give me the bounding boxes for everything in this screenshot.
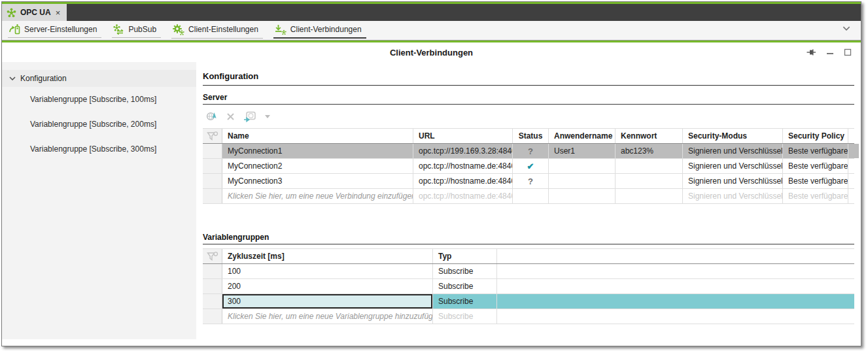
- dropdown-caret-icon[interactable]: [265, 115, 270, 118]
- cell-security-mode-placeholder[interactable]: Signieren und Verschlüsseln: [683, 189, 783, 203]
- server-add-row[interactable]: Klicken Sie hier, um eine neue Verbindun…: [203, 189, 854, 204]
- status-unknown-icon: ?: [513, 174, 549, 188]
- cell-cycle[interactable]: 100: [222, 264, 433, 278]
- server-row-myconnection3[interactable]: MyConnection3 opc.tcp://hostname.de:4840…: [203, 174, 854, 189]
- group-row-200[interactable]: 200 Subscribe: [203, 279, 854, 294]
- ribbon-item-pubsub[interactable]: PubSub: [112, 22, 161, 39]
- group-row-300-selected[interactable]: 300 Subscribe: [203, 294, 854, 309]
- cell-url[interactable]: opc.tcp://hostname.de:4840: [413, 174, 513, 188]
- cell-password[interactable]: [616, 174, 683, 188]
- panel-title-bar: Client-Verbindungen: [2, 42, 861, 62]
- tab-close-icon[interactable]: ×: [55, 8, 61, 17]
- cell-type[interactable]: Subscribe: [433, 279, 497, 293]
- col-security-modus[interactable]: Security-Modus: [683, 129, 783, 143]
- tree-node-konfiguration[interactable]: Konfiguration: [2, 70, 196, 87]
- pin-icon[interactable]: [807, 48, 816, 57]
- cell-security-policy[interactable]: Beste verfügbare: [783, 174, 848, 188]
- ribbon-item-client-verbindungen[interactable]: Client-Verbindungen: [273, 22, 366, 39]
- cell-url[interactable]: opc.tcp://hostname.de:4840: [413, 159, 513, 173]
- status-unknown-icon: ?: [513, 144, 549, 158]
- tree-item-variablengruppe-100[interactable]: Variablengruppe [Subscribe, 100ms]: [2, 87, 196, 112]
- group-add-row[interactable]: Klicken Sie hier, um eine neue Variablen…: [203, 309, 854, 324]
- server-row-myconnection2[interactable]: MyConnection2 opc.tcp://hostname.de:4840…: [203, 159, 854, 174]
- col-anwendername[interactable]: Anwendername: [549, 129, 616, 143]
- filter-funnel-icon[interactable]: [203, 249, 222, 263]
- cell-user[interactable]: [549, 174, 616, 188]
- cell-security-mode[interactable]: Signieren und Verschlüsseln: [683, 159, 783, 173]
- ribbon-toolbar: Server-Einstellungen PubSub: [2, 21, 861, 41]
- ribbon-item-label: Client-Verbindungen: [290, 25, 362, 34]
- row-selector[interactable]: [203, 144, 222, 158]
- row-selector[interactable]: [203, 264, 222, 278]
- tab-title: OPC UA: [20, 8, 51, 17]
- cell-name[interactable]: MyConnection3: [222, 174, 413, 188]
- browse-server-icon[interactable]: [206, 111, 218, 122]
- ribbon-item-client-einstellungen[interactable]: Client-Einstellungen: [171, 22, 263, 39]
- col-security-policy[interactable]: Security Policy: [783, 129, 848, 143]
- opcua-config-window: OPC UA × Server-Einstellungen: [1, 1, 861, 346]
- variablengruppen-section-label: Variablengruppen: [203, 233, 854, 244]
- cell-spacer: [848, 144, 859, 158]
- server-table-header: Name URL Status Anwendername Kennwort Se…: [203, 128, 854, 144]
- cell-spacer: [848, 174, 859, 188]
- cell-password[interactable]: abc123%: [616, 144, 683, 158]
- page-title: Client-Verbindungen: [390, 48, 473, 58]
- col-url[interactable]: URL: [413, 129, 513, 143]
- minimize-icon[interactable]: [826, 48, 834, 56]
- ribbon-item-server-einstellungen[interactable]: Server-Einstellungen: [8, 22, 101, 39]
- sidebar-tree: Konfiguration Variablengruppe [Subscribe…: [2, 62, 196, 339]
- maximize-icon[interactable]: [844, 48, 852, 56]
- row-selector[interactable]: [203, 159, 222, 173]
- filter-funnel-icon[interactable]: [203, 129, 222, 143]
- cell-type[interactable]: Subscribe: [433, 264, 497, 278]
- cell-cycle[interactable]: 200: [222, 279, 433, 293]
- cell-spacer: [497, 294, 854, 309]
- tab-opc-ua[interactable]: OPC UA ×: [2, 4, 67, 21]
- variablengruppen-table: Zykluszeit [ms] Typ 100 Subscribe 200 Su…: [203, 248, 854, 324]
- cell-type[interactable]: Subscribe: [433, 294, 497, 309]
- cell-name[interactable]: MyConnection1: [222, 144, 413, 158]
- server-row-myconnection1[interactable]: MyConnection1 opc.tcp://199.169.3.28:484…: [203, 144, 854, 159]
- cell-type-placeholder[interactable]: Subscribe: [433, 309, 497, 324]
- group-row-100[interactable]: 100 Subscribe: [203, 264, 854, 279]
- cell-password[interactable]: [616, 159, 683, 173]
- cell-user[interactable]: User1: [549, 144, 616, 158]
- cell-security-policy[interactable]: Beste verfügbare: [783, 144, 848, 158]
- add-group-placeholder[interactable]: Klicken Sie hier, um eine neue Variablen…: [222, 309, 433, 324]
- tab-bar: OPC UA ×: [2, 4, 861, 21]
- cell-security-policy[interactable]: Beste verfügbare: [783, 159, 848, 173]
- ribbon-overflow-chevron-icon[interactable]: [842, 26, 850, 31]
- col-kennwort[interactable]: Kennwort: [616, 129, 683, 143]
- cell-security-mode[interactable]: Signieren und Verschlüsseln: [683, 174, 783, 188]
- client-settings-icon: [173, 24, 184, 35]
- row-selector[interactable]: [203, 174, 222, 188]
- row-selector[interactable]: [203, 189, 222, 203]
- tree-item-label: Variablengruppe [Subscribe, 100ms]: [30, 95, 156, 104]
- goto-connection-icon[interactable]: [243, 111, 256, 122]
- delete-connection-icon[interactable]: [226, 112, 235, 121]
- row-selector[interactable]: [203, 279, 222, 293]
- server-toolbar: [203, 105, 854, 128]
- cell-cycle-editing[interactable]: 300: [222, 294, 433, 309]
- cell-url-placeholder[interactable]: opc.tcp://hostname.de:4840: [413, 189, 513, 203]
- cell-name[interactable]: MyConnection2: [222, 159, 413, 173]
- content-area: Konfiguration Variablengruppe [Subscribe…: [2, 62, 861, 346]
- col-spacer: [848, 129, 859, 143]
- main-panel: Konfiguration Server: [196, 62, 861, 346]
- cell-security-policy-placeholder[interactable]: Beste verfügbare: [783, 189, 848, 203]
- row-selector[interactable]: [203, 309, 222, 324]
- col-status[interactable]: Status: [513, 129, 549, 143]
- col-name[interactable]: Name: [222, 129, 413, 143]
- tree-item-variablengruppe-300[interactable]: Variablengruppe [Subscribe, 300ms]: [2, 137, 196, 161]
- cell-security-mode[interactable]: Signieren und Verschlüsseln: [683, 144, 783, 158]
- col-typ[interactable]: Typ: [433, 249, 497, 263]
- client-connections-icon: [275, 24, 286, 35]
- tree-item-variablengruppe-200[interactable]: Variablengruppe [Subscribe, 200ms]: [2, 112, 196, 137]
- add-connection-placeholder[interactable]: Klicken Sie hier, um eine neue Verbindun…: [222, 189, 413, 203]
- chevron-down-icon[interactable]: [9, 76, 16, 80]
- cell-url[interactable]: opc.tcp://199.169.3.28:4840: [413, 144, 513, 158]
- cell-user[interactable]: [549, 159, 616, 173]
- col-zykluszeit[interactable]: Zykluszeit [ms]: [222, 249, 433, 263]
- tree-item-label: Variablengruppe [Subscribe, 200ms]: [30, 120, 156, 129]
- row-selector[interactable]: [203, 294, 222, 309]
